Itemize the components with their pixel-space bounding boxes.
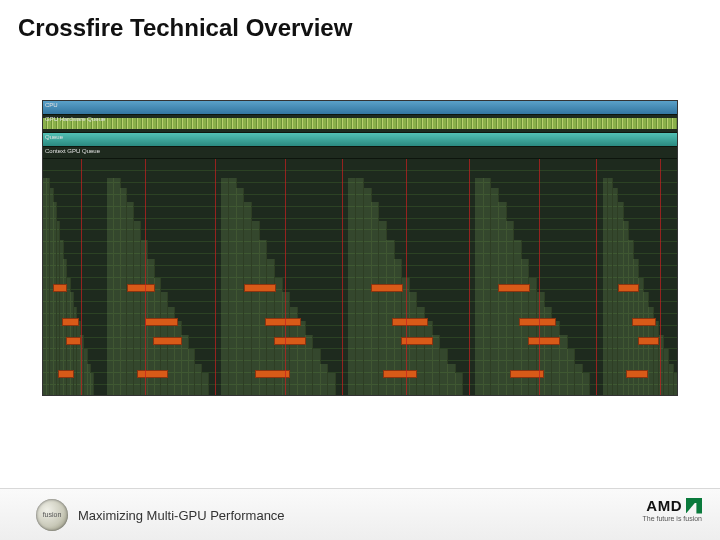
marker-block — [528, 337, 560, 345]
marker-block — [392, 318, 429, 326]
frame-divider — [81, 159, 82, 396]
row-label-context: Context GPU Queue — [45, 148, 100, 154]
marker-block — [66, 337, 80, 345]
marker-block — [137, 370, 168, 378]
marker-block — [153, 337, 181, 345]
marker-block — [618, 284, 639, 292]
page-title: Crossfire Technical Overview — [18, 14, 352, 42]
marker-block — [244, 284, 276, 292]
hw-tick-band — [43, 118, 677, 129]
frame-divider — [145, 159, 146, 396]
amd-tagline: The future is fusion — [642, 515, 702, 522]
frame-divider — [660, 159, 661, 396]
marker-block — [62, 318, 78, 326]
frame-divider — [215, 159, 216, 396]
marker-block — [53, 284, 67, 292]
frame-divider — [539, 159, 540, 396]
profiler-chart — [43, 159, 677, 396]
marker-block — [58, 370, 73, 378]
marker-block — [127, 284, 155, 292]
marker-block — [265, 318, 302, 326]
amd-brand-text: AMD — [646, 497, 682, 514]
frame-divider — [406, 159, 407, 396]
marker-block — [383, 370, 417, 378]
timeline-row-context: Context GPU Queue — [43, 147, 677, 159]
marker-block — [626, 370, 649, 378]
marker-block — [638, 337, 659, 345]
footer-subtitle: Maximizing Multi-GPU Performance — [78, 507, 285, 522]
fusion-logo-text: fusion — [43, 511, 62, 518]
profiler-panel: CPU GPU Hardware Queue Queue Context GPU… — [42, 100, 678, 396]
row-label-cpu: CPU — [45, 102, 58, 108]
marker-block — [632, 318, 656, 326]
frame-divider — [596, 159, 597, 396]
amd-logo: AMD The future is fusion — [642, 497, 702, 522]
frame-divider — [469, 159, 470, 396]
fusion-logo: fusion — [36, 499, 68, 531]
marker-block — [274, 337, 306, 345]
marker-block — [371, 284, 403, 292]
timeline-row-queue: Queue — [43, 133, 677, 147]
amd-arrow-icon — [686, 498, 702, 514]
marker-block — [519, 318, 556, 326]
marker-block — [498, 284, 530, 292]
timeline-row-cpu: CPU — [43, 101, 677, 115]
frame-divider — [285, 159, 286, 396]
timeline-row-gpu-hw: GPU Hardware Queue — [43, 115, 677, 133]
frame-divider — [342, 159, 343, 396]
row-label-queue: Queue — [45, 134, 63, 140]
footer-bar: fusion Maximizing Multi-GPU Performance … — [0, 488, 720, 540]
marker-block — [145, 318, 178, 326]
